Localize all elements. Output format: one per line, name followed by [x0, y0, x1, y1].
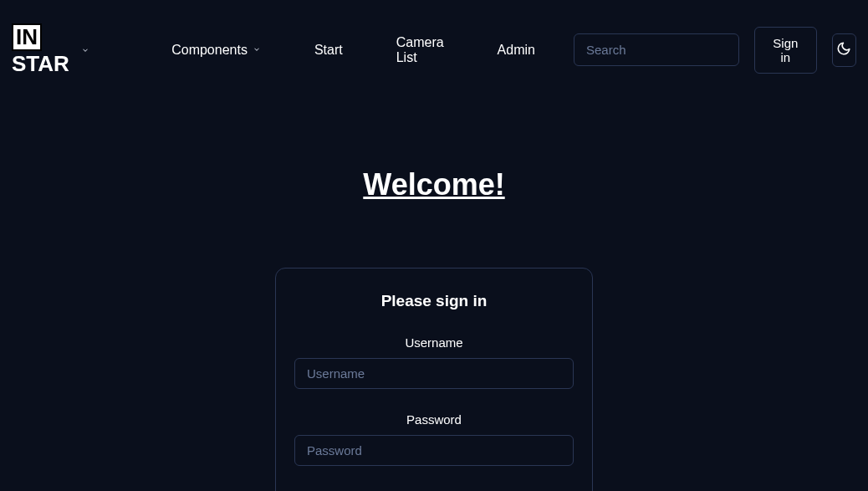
header-right: Sign in — [574, 27, 856, 74]
chevron-down-icon — [81, 43, 89, 57]
logo[interactable]: INSTAR — [12, 23, 89, 77]
nav-label: Components — [171, 43, 248, 58]
moon-icon — [836, 41, 851, 59]
nav-start[interactable]: Start — [288, 36, 370, 64]
signin-title: Please sign in — [381, 292, 488, 310]
password-field[interactable] — [294, 435, 574, 466]
password-group: Password — [294, 412, 574, 466]
page-title: Welcome! — [363, 167, 504, 202]
nav-label: Admin — [498, 43, 535, 58]
search-input[interactable] — [574, 33, 739, 66]
username-label: Username — [405, 335, 462, 350]
main: Welcome! Please sign in Username Passwor… — [0, 100, 868, 491]
nav: Components Start Camera List Admin — [145, 28, 562, 72]
signin-card: Please sign in Username Password Sign in — [275, 268, 593, 491]
username-group: Username — [294, 335, 574, 389]
logo-text: INSTAR — [12, 23, 73, 77]
nav-label: Start — [314, 43, 343, 58]
username-field[interactable] — [294, 358, 574, 389]
nav-components[interactable]: Components — [145, 36, 288, 64]
theme-toggle-button[interactable] — [832, 33, 856, 67]
signin-button-header[interactable]: Sign in — [754, 27, 817, 74]
nav-label: Camera List — [396, 35, 444, 65]
chevron-down-icon — [253, 45, 261, 55]
nav-admin[interactable]: Admin — [471, 36, 562, 64]
header: INSTAR Components Start Camera List Admi… — [0, 0, 868, 100]
password-label: Password — [406, 412, 462, 427]
nav-camera-list[interactable]: Camera List — [370, 28, 471, 72]
